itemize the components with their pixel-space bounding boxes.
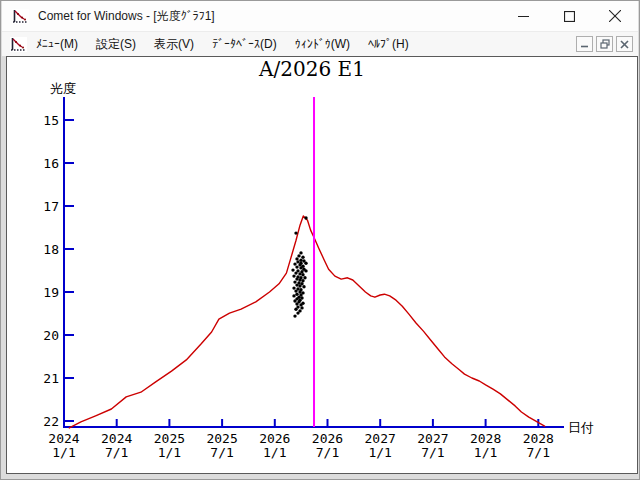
observation-point — [293, 262, 296, 265]
observation-point — [298, 272, 301, 275]
y-tick-label: 17 — [43, 199, 59, 214]
x-tick-label-day: 1/1 — [474, 445, 497, 460]
observation-point — [303, 276, 306, 279]
observation-point — [292, 286, 295, 289]
observation-point — [295, 283, 298, 286]
observation-point — [301, 273, 304, 276]
app-icon — [12, 9, 29, 24]
chart-title: A/2026 E1 — [258, 57, 365, 81]
observation-point — [298, 284, 301, 287]
observation-point — [292, 294, 295, 297]
observation-point — [295, 302, 298, 305]
x-tick-label-year: 2028 — [523, 431, 554, 446]
maximize-button[interactable] — [546, 1, 592, 31]
observation-point — [304, 269, 307, 272]
y-tick-label: 19 — [43, 285, 59, 300]
window-title: Comet for Windows - [光度ｸﾞﾗﾌ1] — [38, 8, 215, 25]
observation-point — [304, 262, 307, 265]
observation-point — [295, 293, 298, 296]
app-window: Comet for Windows - [光度ｸﾞﾗﾌ1] — [0, 0, 640, 480]
y-tick-label: 21 — [43, 371, 59, 386]
observation-point — [293, 299, 296, 302]
x-tick-label-day: 7/1 — [527, 445, 550, 460]
y-tick-label: 22 — [43, 414, 59, 429]
light-curve-chart: A/2026 E1 光度 日付 151617181920212220241/12… — [6, 56, 638, 474]
observation-point — [295, 265, 298, 268]
magnitude-graph-panel: A/2026 E1 光度 日付 151617181920212220241/12… — [6, 56, 638, 474]
menu-item-view[interactable]: 表示(V) — [145, 33, 203, 56]
menu-item-help[interactable]: ﾍﾙﾌﾟ(H) — [359, 34, 418, 54]
observation-point — [294, 271, 297, 274]
x-tick-label-day: 1/1 — [158, 445, 181, 460]
observation-point — [299, 251, 302, 254]
observation-point — [302, 285, 305, 288]
y-tick-label: 18 — [43, 242, 59, 257]
titlebar[interactable]: Comet for Windows - [光度ｸﾞﾗﾌ1] — [2, 1, 638, 31]
x-tick-label-year: 2026 — [259, 431, 290, 446]
menu-item-window[interactable]: ｳｨﾝﾄﾞｳ(W) — [286, 34, 359, 54]
observation-point — [300, 306, 303, 309]
observation-point — [299, 259, 302, 262]
y-tick-label: 20 — [43, 328, 59, 343]
y-tick-label: 15 — [43, 113, 59, 128]
x-tick-label-year: 2028 — [470, 431, 501, 446]
x-tick-label-year: 2025 — [154, 431, 185, 446]
observation-point — [293, 314, 296, 317]
caption-buttons — [500, 1, 638, 31]
x-tick-label-day: 7/1 — [316, 445, 339, 460]
x-tick-label-year: 2024 — [48, 431, 79, 446]
observation-point — [295, 257, 298, 260]
observation-point — [296, 260, 299, 263]
mdi-restore-button[interactable] — [596, 36, 613, 52]
observation-point — [301, 279, 304, 282]
observation-point — [297, 254, 300, 257]
mdi-window-buttons — [576, 36, 633, 52]
observation-point — [294, 289, 297, 292]
observation-point — [294, 308, 297, 311]
observation-point — [293, 280, 296, 283]
menu-item-settings[interactable]: 設定(S) — [87, 33, 145, 56]
x-tick-label-year: 2027 — [417, 431, 448, 446]
x-tick-label-year: 2026 — [312, 431, 343, 446]
minimize-icon — [518, 11, 529, 22]
x-tick-label-day: 7/1 — [210, 445, 233, 460]
observation-point — [294, 231, 297, 234]
observation-point — [296, 311, 299, 314]
x-tick-label-day: 7/1 — [105, 445, 128, 460]
document-icon — [10, 37, 27, 52]
minimize-button[interactable] — [500, 1, 546, 31]
chart-layer: 151617181920212220241/120247/120251/1202… — [43, 97, 564, 460]
x-tick-label-year: 2024 — [101, 431, 132, 446]
menubar: ﾒﾆｭｰ(M) 設定(S) 表示(V) ﾃﾞｰﾀﾍﾞｰｽ(D) ｳｨﾝﾄﾞｳ(W… — [2, 31, 638, 56]
observation-point — [299, 266, 302, 269]
observation-point — [295, 277, 298, 280]
observation-point — [301, 256, 304, 259]
menu-item-database[interactable]: ﾃﾞｰﾀﾍﾞｰｽ(D) — [203, 34, 286, 54]
x-tick-label-day: 1/1 — [52, 445, 75, 460]
y-axis-title: 光度 — [50, 81, 76, 96]
observation-point — [298, 263, 301, 266]
observation-point — [304, 216, 307, 219]
observation-point — [298, 278, 301, 281]
observation-point — [299, 303, 302, 306]
x-tick-label-day: 1/1 — [368, 445, 391, 460]
x-tick-label-day: 1/1 — [263, 445, 286, 460]
close-icon — [609, 10, 621, 22]
observation-point — [291, 268, 294, 271]
x-tick-label-day: 7/1 — [421, 445, 444, 460]
mdi-close-button[interactable] — [616, 36, 633, 52]
menu-item-menu[interactable]: ﾒﾆｭｰ(M) — [27, 34, 87, 54]
observation-point — [298, 290, 301, 293]
mdi-close-icon — [620, 40, 629, 49]
predicted-light-curve — [69, 216, 544, 428]
maximize-icon — [564, 11, 575, 22]
mdi-restore-icon — [600, 39, 610, 49]
x-axis-title: 日付 — [568, 420, 594, 435]
close-button[interactable] — [592, 1, 638, 31]
x-tick-label-year: 2027 — [365, 431, 396, 446]
y-tick-label: 16 — [43, 156, 59, 171]
observation-point — [292, 274, 295, 277]
mdi-minimize-icon — [580, 40, 589, 49]
mdi-minimize-button[interactable] — [576, 36, 593, 52]
x-tick-label-year: 2025 — [206, 431, 237, 446]
